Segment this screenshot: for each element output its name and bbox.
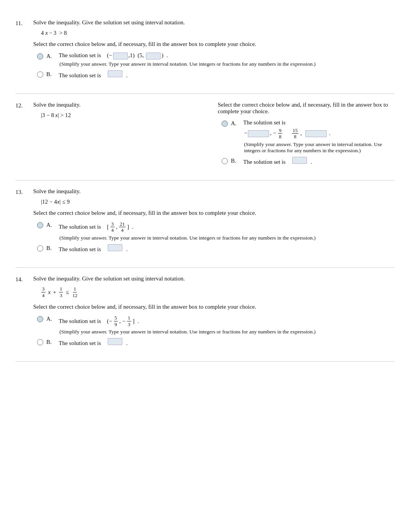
p14-frac2-num: 1 bbox=[127, 315, 131, 321]
p12-frac2-den: 8 bbox=[293, 134, 297, 140]
problem-12: 12. Solve the inequality. |3 − 8 x| > 12… bbox=[15, 94, 395, 180]
problem-13-label-a: A. bbox=[46, 221, 56, 228]
choice-a-text-before-14: The solution set is bbox=[59, 318, 101, 325]
problem-11-content-b: The solution set is . bbox=[59, 70, 395, 79]
problem-13-choice-a[interactable]: A. The solution set is [ 3 4 bbox=[37, 221, 395, 241]
problem-12-interval: −, − 9 8 15 8 bbox=[244, 127, 395, 140]
problem-12-choice-b[interactable]: B. The solution set is . bbox=[222, 157, 395, 165]
problem-11-label-b: B. bbox=[46, 70, 56, 78]
p13-frac1-num: 3 bbox=[110, 221, 115, 228]
answer-box-11a1[interactable] bbox=[113, 53, 128, 59]
answer-box-11b[interactable] bbox=[108, 70, 122, 77]
p13-frac2-den: 4 bbox=[120, 227, 125, 233]
problem-13-simplify-a: (Simplify your answer. Type your answer … bbox=[59, 235, 395, 241]
problem-11-choice-a[interactable]: A. The solution set is (−,1) (5, ) . (Si… bbox=[37, 52, 395, 67]
problem-14-content-b: The solution set is . bbox=[59, 338, 395, 347]
p14-eq-frac1-num: 3 bbox=[41, 286, 46, 292]
problem-13-text-a: The solution set is [ 3 4 , 21 bbox=[59, 221, 395, 233]
problem-11-choice-b[interactable]: B. The solution set is . bbox=[37, 70, 395, 79]
problem-11-radio-a[interactable] bbox=[37, 53, 43, 59]
choice-b-text-before-13: The solution set is bbox=[59, 246, 101, 253]
choice-a-text-before: The solution set is bbox=[59, 52, 101, 59]
p14-frac1: 5 9 bbox=[114, 315, 118, 327]
p12-frac1-num: 9 bbox=[278, 127, 282, 134]
problem-11-simplify-a: (Simplify your answer. Type your answer … bbox=[59, 61, 395, 67]
problem-11-select-correct: Select the correct choice below and, if … bbox=[33, 41, 395, 48]
answer-box-14b[interactable] bbox=[108, 338, 122, 345]
problem-14-choices: A. The solution set is (− 5 9 bbox=[37, 315, 395, 347]
p12-paren-open: −, − bbox=[244, 130, 276, 137]
problem-14-radio-a[interactable] bbox=[37, 316, 43, 322]
problem-11-text-b: The solution set is . bbox=[59, 70, 395, 79]
problem-13-text-b: The solution set is . bbox=[59, 244, 395, 253]
p14-eq-frac1: 3 4 bbox=[41, 286, 46, 298]
p14-eq-frac3-den: 12 bbox=[71, 292, 78, 299]
choice-b-text-before-14: The solution set is bbox=[59, 340, 101, 347]
problem-11-equation: 4 x − 3 > 8 bbox=[41, 30, 395, 36]
problem-11-radio-b[interactable] bbox=[37, 71, 43, 78]
problem-12-select-correct: Select the correct choice below and, if … bbox=[218, 102, 395, 115]
p14-eq-var: x bbox=[48, 289, 51, 296]
problem-14-radio-b[interactable] bbox=[37, 339, 43, 345]
problem-13-choice-b[interactable]: B. The solution set is . bbox=[37, 244, 395, 253]
problem-14-content-a: The solution set is (− 5 9 , − bbox=[59, 315, 395, 335]
problem-12-simplify-a: (Simplify your answer. Type your answer … bbox=[244, 141, 395, 154]
problem-14-number: 14. bbox=[15, 275, 27, 283]
problem-13-content-b: The solution set is . bbox=[59, 244, 395, 253]
p12-period: . bbox=[329, 130, 330, 137]
problem-14-select-correct: Select the correct choice below and, if … bbox=[33, 304, 395, 310]
problem-13-number: 13. bbox=[15, 188, 27, 195]
problem-12-content-b: The solution set is . bbox=[243, 157, 395, 165]
problem-13-content-a: The solution set is [ 3 4 , 21 bbox=[59, 221, 395, 241]
problem-12-choices: A. The solution set is −, − 9 8 bbox=[222, 119, 395, 165]
problem-14: 14. Solve the inequality. Give the solut… bbox=[15, 268, 395, 362]
p14-eq-frac2-den: 3 bbox=[59, 292, 63, 299]
p14-eq-frac3: 1 12 bbox=[71, 286, 78, 298]
problem-12-number: 12. bbox=[15, 102, 27, 109]
problem-14-choice-b[interactable]: B. The solution set is . bbox=[37, 338, 395, 347]
problem-13-equation: |12 − 4x| ≤ 9 bbox=[41, 199, 395, 205]
problem-11-choices: A. The solution set is (−,1) (5, ) . (Si… bbox=[37, 52, 395, 79]
problem-14-choice-a[interactable]: A. The solution set is (− 5 9 bbox=[37, 315, 395, 335]
problem-13-label-b: B. bbox=[46, 244, 56, 252]
problem-14-text-a: The solution set is (− 5 9 , − bbox=[59, 315, 395, 327]
answer-box-11a2[interactable] bbox=[146, 53, 161, 59]
p13-frac2: 21 4 bbox=[119, 221, 125, 233]
answer-box-13b[interactable] bbox=[108, 244, 122, 251]
problem-12-label-a: A. bbox=[231, 119, 240, 127]
problem-13-radio-b[interactable] bbox=[37, 245, 43, 252]
p14-frac2-den: 3 bbox=[127, 321, 131, 328]
answer-box-12b[interactable] bbox=[292, 157, 307, 164]
problem-14-statement: Solve the inequality. Give the solution … bbox=[33, 275, 395, 282]
problem-12-label-b: B. bbox=[231, 157, 240, 164]
p12-comma: , bbox=[300, 130, 303, 137]
problem-13-choices: A. The solution set is [ 3 4 bbox=[37, 221, 395, 253]
problem-11-header: 11. Solve the inequality. Give the solut… bbox=[15, 19, 395, 82]
problem-12-col-left: Solve the inequality. |3 − 8 x| > 12 bbox=[33, 102, 210, 168]
problem-11-statement: Solve the inequality. Give the solution … bbox=[33, 19, 395, 26]
p14-frac2: 1 3 bbox=[127, 315, 131, 327]
problem-12-body: Solve the inequality. |3 − 8 x| > 12 Sel… bbox=[33, 102, 395, 168]
problem-14-label-b: B. bbox=[46, 338, 56, 345]
answer-box-12a2[interactable] bbox=[305, 130, 327, 137]
problem-12-two-col: Solve the inequality. |3 − 8 x| > 12 Sel… bbox=[33, 102, 395, 168]
p13-frac1-den: 4 bbox=[110, 227, 115, 233]
problem-11-label-a: A. bbox=[46, 52, 56, 59]
p12-frac2-num: 15 bbox=[292, 127, 298, 134]
problem-12-choice-a[interactable]: A. The solution set is −, − 9 8 bbox=[222, 119, 395, 154]
problem-14-interval: (− 5 9 , − 1 3 ] bbox=[107, 315, 134, 327]
problem-11-number: 11. bbox=[15, 19, 27, 27]
p14-eq-frac1-den: 4 bbox=[41, 292, 46, 299]
p12-middle bbox=[284, 130, 290, 137]
problem-12-radio-a[interactable] bbox=[222, 121, 228, 127]
problem-12-radio-b[interactable] bbox=[222, 158, 228, 164]
p12-frac2: 15 8 bbox=[292, 127, 298, 140]
problem-13-radio-a[interactable] bbox=[37, 222, 43, 228]
problem-11-content-a: The solution set is (−,1) (5, ) . (Simpl… bbox=[59, 52, 395, 67]
answer-box-12a1[interactable] bbox=[248, 130, 269, 137]
problem-12-equation: |3 − 8 x| > 12 bbox=[41, 112, 210, 119]
choice-a-text-before-12: The solution set is bbox=[243, 119, 286, 126]
problem-13-body: Solve the inequality. |12 − 4x| ≤ 9 Sele… bbox=[33, 188, 395, 256]
problem-11-body: Solve the inequality. Give the solution … bbox=[33, 19, 395, 82]
p14-frac1-num: 5 bbox=[114, 315, 118, 321]
